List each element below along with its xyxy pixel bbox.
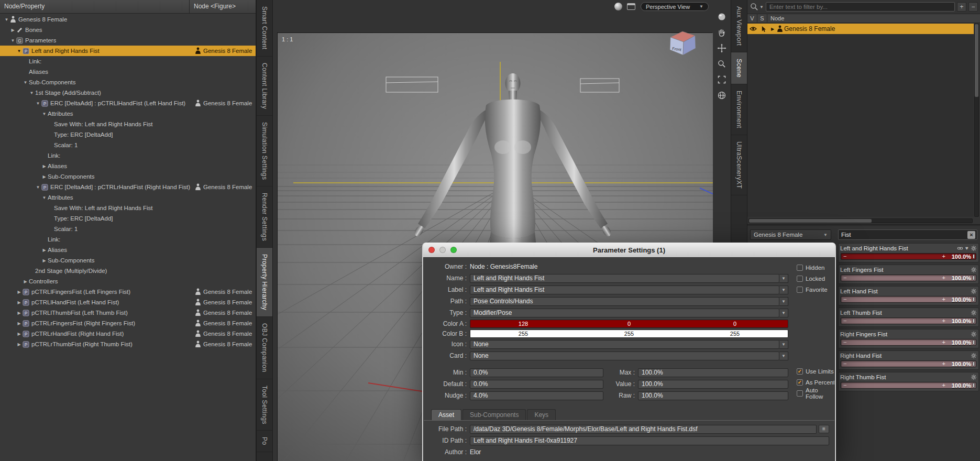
expand-arrow-icon[interactable]: ▶ xyxy=(16,300,23,305)
use-limits-checkbox[interactable] xyxy=(797,368,803,375)
slider-track[interactable]: −+100.0% xyxy=(841,317,976,324)
tree-row[interactable]: ▼Sub-Components xyxy=(0,77,256,87)
tree-row[interactable]: ▶Sub-Components xyxy=(0,255,256,266)
locked-flag[interactable]: Locked xyxy=(797,273,835,284)
slider-handle[interactable] xyxy=(973,254,975,259)
tree-row[interactable]: ▶PpCTRLrHandFist (Right Hand Fist)Genesi… xyxy=(0,328,256,339)
expand-arrow-icon[interactable]: ▶ xyxy=(16,311,23,315)
type-field[interactable]: Modifier/Pose xyxy=(470,309,779,317)
expand-all-button[interactable]: + xyxy=(957,2,966,12)
scene-filter-input[interactable] xyxy=(766,2,955,12)
tree-row[interactable]: ▶Sub-Components xyxy=(0,171,256,182)
label-field[interactable]: Left and Right Hands Fist xyxy=(470,286,779,294)
slider-decrement[interactable]: − xyxy=(843,360,846,367)
collapse-arrow-icon[interactable]: ▼ xyxy=(28,91,35,95)
auto-follow-flag[interactable]: Auto Follow xyxy=(797,388,835,399)
tree-row[interactable]: Type: ERC [DeltaAdd] xyxy=(0,129,256,140)
link-icon[interactable] xyxy=(957,245,963,251)
expand-arrow-icon[interactable]: ▶ xyxy=(769,27,776,31)
slider-increment[interactable]: + xyxy=(942,317,945,324)
default-field[interactable]: 0.0% xyxy=(470,380,603,389)
slider-decrement[interactable]: − xyxy=(843,382,846,389)
tree-row[interactable]: ▼Genesis 8 Female xyxy=(0,14,256,25)
tree-row[interactable]: Save With: Left and Right Hands Fist xyxy=(0,203,256,213)
auto-follow-checkbox[interactable] xyxy=(797,390,803,397)
path-field[interactable]: Pose Controls/Hands xyxy=(470,297,779,306)
gear-icon[interactable] xyxy=(971,374,977,380)
locked-checkbox[interactable] xyxy=(797,276,803,282)
slider-track[interactable]: −+100.0% xyxy=(841,253,976,260)
slider-handle[interactable] xyxy=(973,276,975,280)
slider-decrement[interactable]: − xyxy=(843,253,846,260)
collapse-arrow-icon[interactable]: ▼ xyxy=(3,17,10,22)
hidden-checkbox[interactable] xyxy=(797,265,803,271)
slider-track[interactable]: −+100.0% xyxy=(841,296,976,303)
slider-decrement[interactable]: − xyxy=(843,317,846,324)
tab-sub-components[interactable]: Sub-Components xyxy=(463,409,526,420)
gear-icon[interactable] xyxy=(971,310,977,316)
label-dropdown-button[interactable]: ▼ xyxy=(779,286,788,294)
view-cube[interactable]: Front xyxy=(665,25,700,58)
expand-arrow-icon[interactable]: ▶ xyxy=(9,28,16,32)
nudge-field[interactable]: 4.0% xyxy=(470,391,603,400)
card-field[interactable]: None xyxy=(470,352,779,360)
tree-row[interactable]: ▼PLeft and Right Hands FistGenesis 8 Fem… xyxy=(0,46,256,56)
color-b-bar[interactable]: 255 255 255 xyxy=(470,330,788,338)
clear-search-button[interactable]: × xyxy=(967,231,975,239)
dialog-titlebar[interactable]: Parameter Settings (1) xyxy=(423,243,835,257)
tab-environment[interactable]: Environment xyxy=(731,84,747,135)
slider-decrement[interactable]: − xyxy=(843,339,846,346)
tree-row[interactable]: ▶Aliases xyxy=(0,161,256,171)
path-dropdown-button[interactable]: ▼ xyxy=(779,297,788,306)
frame-tool-button[interactable] xyxy=(715,73,728,85)
color-a-bar[interactable]: 128 0 0 xyxy=(470,320,788,328)
camera-selector[interactable]: Perspective View ▼ xyxy=(641,2,709,11)
slider-handle[interactable] xyxy=(973,297,975,302)
collapse-arrow-icon[interactable]: ▼ xyxy=(22,80,29,85)
as-percent-flag[interactable]: As Percent xyxy=(797,377,835,388)
pan-tool-button[interactable] xyxy=(715,42,728,54)
min-field[interactable]: 0.0% xyxy=(470,368,603,377)
slider-track[interactable]: −+100.0% xyxy=(841,339,976,346)
gear-icon[interactable] xyxy=(971,267,977,273)
tab-content-library[interactable]: Content Library xyxy=(257,57,272,116)
tree-row[interactable]: Link: xyxy=(0,56,256,67)
favorite-flag[interactable]: Favorite xyxy=(797,284,835,295)
slider-increment[interactable]: + xyxy=(942,253,945,260)
tab-obj-companion[interactable]: OBJ Companion xyxy=(257,317,272,379)
slider-handle[interactable] xyxy=(973,319,975,323)
collapse-arrow-icon[interactable]: ▼ xyxy=(16,49,23,53)
collapse-arrow-icon[interactable]: ▼ xyxy=(41,112,48,116)
slider-increment[interactable]: + xyxy=(942,296,945,303)
tree-row[interactable]: ▶PpCTRLrFingersFist (Right Fingers Fist)… xyxy=(0,318,256,328)
parameter-search-input[interactable] xyxy=(840,231,966,238)
heart-icon[interactable]: ♥ xyxy=(965,246,968,251)
slider-increment[interactable]: + xyxy=(942,275,945,281)
expand-arrow-icon[interactable]: ▶ xyxy=(41,174,48,179)
tree-row[interactable]: ▶PpCTRLlFingersFist (Left Fingers Fist)G… xyxy=(0,287,256,297)
expand-arrow-icon[interactable]: ▶ xyxy=(16,290,23,294)
expand-arrow-icon[interactable]: ▶ xyxy=(41,164,48,169)
tree-row[interactable]: ▼Attributes xyxy=(0,192,256,203)
tab-simulation-settings[interactable]: Simulation Settings xyxy=(257,116,272,186)
slider-handle[interactable] xyxy=(973,361,975,366)
tree-row[interactable]: Link: xyxy=(0,234,256,245)
globe-tool-button[interactable] xyxy=(715,89,728,101)
tab-property-hierarchy[interactable]: Property Hierarchy xyxy=(257,248,272,317)
tree-row[interactable]: ▶Bones xyxy=(0,25,256,35)
tree-row[interactable]: ▶PpCTRLrThumbFist (Right Thumb Fist)Gene… xyxy=(0,339,256,349)
gear-icon[interactable] xyxy=(971,353,977,359)
tree-row[interactable]: ▼PERC [DeltaAdd] : pCTRLlHandFist (Left … xyxy=(0,98,256,108)
tree-row[interactable]: Type: ERC [DeltaAdd] xyxy=(0,213,256,224)
slider-handle[interactable] xyxy=(973,340,975,345)
slider-track[interactable]: −+100.0% xyxy=(841,360,976,367)
icon-dropdown-button[interactable]: ▼ xyxy=(779,340,788,349)
type-dropdown-button[interactable]: ▼ xyxy=(779,309,788,317)
expand-arrow-icon[interactable]: ▶ xyxy=(41,248,48,253)
filter-magnifier-icon[interactable]: ▼ xyxy=(750,2,764,12)
file-path-browse-button[interactable]: ≡ xyxy=(819,425,829,433)
scene-node-row[interactable]: ▶ Genesis 8 Female xyxy=(747,24,974,34)
tree-row[interactable]: ▶Controllers xyxy=(0,276,256,287)
tab-keys[interactable]: Keys xyxy=(527,409,556,420)
hidden-flag[interactable]: Hidden xyxy=(797,262,835,273)
